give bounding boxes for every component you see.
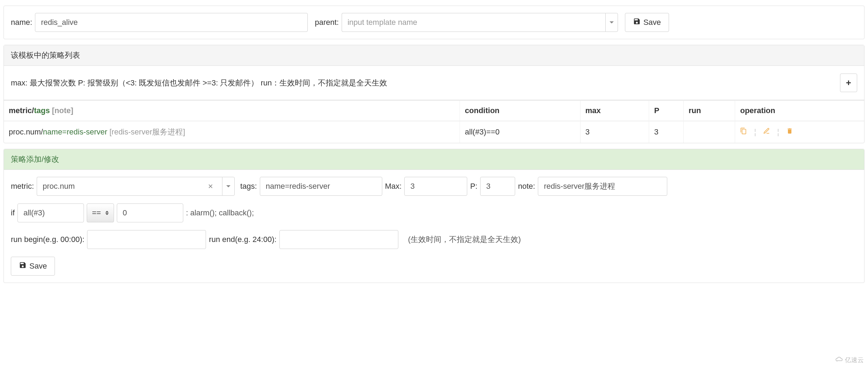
col-operation: operation xyxy=(735,101,864,121)
metric-input[interactable] xyxy=(37,177,222,196)
parent-input[interactable] xyxy=(342,13,605,32)
chevron-down-icon[interactable] xyxy=(605,13,618,32)
strategy-form-panel: 策略添加/修改 metric: × tags: Max: P: note: if… xyxy=(3,149,865,283)
alarm-callback-text: : alarm(); callback(); xyxy=(186,208,254,217)
p-input[interactable] xyxy=(480,177,515,196)
operator-select[interactable]: == xyxy=(87,203,114,222)
form-row-3: run begin(e.g. 00:00): run end(e.g. 24:0… xyxy=(11,230,857,249)
col-metric: metric/tags [note] xyxy=(4,101,460,121)
func-input[interactable] xyxy=(17,203,84,222)
add-strategy-button[interactable]: + xyxy=(840,74,857,92)
strategy-form-body: metric: × tags: Max: P: note: if == xyxy=(4,170,864,283)
edit-icon[interactable] xyxy=(763,127,770,137)
cell-p: 3 xyxy=(649,121,683,143)
col-condition: condition xyxy=(460,101,580,121)
cell-max: 3 xyxy=(580,121,649,143)
plus-icon: + xyxy=(846,77,851,88)
strategy-table: metric/tags [note] condition max P run o… xyxy=(4,100,864,143)
save-button[interactable]: Save xyxy=(625,13,669,32)
col-max: max xyxy=(580,101,649,121)
table-row: proc.num/name=redis-server [redis-server… xyxy=(4,121,864,143)
strategy-info-row: max: 最大报警次数 P: 报警级别（<3: 既发短信也发邮件 >=3: 只发… xyxy=(4,66,864,100)
max-label: Max: xyxy=(385,182,402,191)
run-begin-input[interactable] xyxy=(87,230,206,249)
strategy-list-panel: 该模板中的策略列表 max: 最大报警次数 P: 报警级别（<3: 既发短信也发… xyxy=(3,45,865,143)
template-header-panel: name: parent: Save xyxy=(3,6,865,39)
save-strategy-label: Save xyxy=(29,262,47,271)
divider: ¦ xyxy=(754,127,756,137)
note-input[interactable] xyxy=(538,177,667,196)
run-end-input[interactable] xyxy=(279,230,398,249)
save-strategy-button[interactable]: Save xyxy=(11,257,55,276)
sort-icon xyxy=(105,211,109,215)
copy-icon[interactable] xyxy=(740,127,747,137)
tags-label: tags: xyxy=(240,182,257,191)
operator-value: == xyxy=(92,208,101,217)
run-begin-label: run begin(e.g. 00:00): xyxy=(11,235,84,244)
threshold-input[interactable] xyxy=(117,203,183,222)
metric-label: metric: xyxy=(11,182,34,191)
col-run: run xyxy=(683,101,735,121)
save-icon xyxy=(19,261,27,271)
name-label: name: xyxy=(11,18,32,27)
form-row-2: if == : alarm(); callback(); xyxy=(11,203,857,222)
col-p: P xyxy=(649,101,683,121)
divider: ¦ xyxy=(777,127,779,137)
parent-label: parent: xyxy=(315,18,339,27)
template-header-row: name: parent: Save xyxy=(4,6,864,39)
save-button-label: Save xyxy=(643,18,661,27)
form-row-4: Save xyxy=(11,257,857,276)
strategy-form-heading: 策略添加/修改 xyxy=(4,149,864,170)
strategy-list-heading: 该模板中的策略列表 xyxy=(4,45,864,66)
p-label: P: xyxy=(470,182,477,191)
save-icon xyxy=(633,18,641,27)
time-hint: (生效时间，不指定就是全天生效) xyxy=(408,234,521,245)
note-label: note: xyxy=(518,182,535,191)
run-end-label: run end(e.g. 24:00): xyxy=(209,235,276,244)
delete-icon[interactable] xyxy=(786,127,793,137)
strategy-info-text: max: 最大报警次数 P: 报警级别（<3: 既发短信也发邮件 >=3: 只发… xyxy=(11,78,387,88)
cell-operation: ¦ ¦ xyxy=(735,121,864,143)
if-label: if xyxy=(11,208,15,217)
cell-condition: all(#3)==0 xyxy=(460,121,580,143)
tags-input[interactable] xyxy=(260,177,382,196)
parent-select[interactable] xyxy=(342,13,618,32)
form-row-1: metric: × tags: Max: P: note: xyxy=(11,177,857,196)
name-input[interactable] xyxy=(35,13,308,32)
cell-run xyxy=(683,121,735,143)
cell-metric: proc.num/name=redis-server [redis-server… xyxy=(4,121,460,143)
max-input[interactable] xyxy=(404,177,467,196)
chevron-down-icon[interactable] xyxy=(222,177,235,196)
metric-combo: × xyxy=(37,177,235,196)
